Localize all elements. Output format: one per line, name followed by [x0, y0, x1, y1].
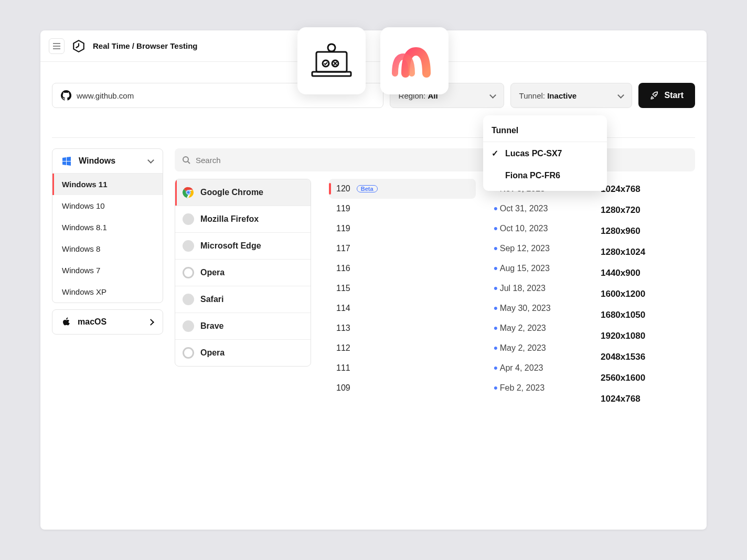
search-icon: [182, 156, 190, 164]
check-icon: ✓: [492, 148, 500, 158]
os-version-item[interactable]: Windows XP: [52, 281, 163, 303]
release-date: •May 30, 2023: [494, 298, 583, 318]
brave-icon: [183, 320, 194, 332]
tunnel-option[interactable]: Fiona PC-FR6: [483, 165, 607, 187]
rocket-icon: [650, 91, 659, 100]
chevron-down-icon: [618, 91, 623, 100]
release-date: •Apr 4, 2023: [494, 358, 583, 378]
start-button[interactable]: Start: [638, 83, 695, 108]
resolution-item[interactable]: 1440x900: [601, 263, 695, 284]
release-date: •May 2, 2023: [494, 338, 583, 358]
release-date: •Aug 15, 2023: [494, 259, 583, 278]
browser-item-brave[interactable]: Brave: [175, 313, 311, 340]
resolution-item[interactable]: 1280x960: [601, 221, 695, 242]
hamburger-icon: [53, 43, 60, 49]
os-version-item[interactable]: Windows 10: [52, 195, 163, 217]
app-logo-icon: [72, 39, 86, 53]
os-version-item[interactable]: Windows 7: [52, 260, 163, 281]
version-item[interactable]: 112: [329, 338, 476, 358]
resolution-item[interactable]: 2048x1536: [601, 347, 695, 368]
chevron-down-icon: [148, 156, 153, 166]
version-item[interactable]: 113: [329, 318, 476, 338]
windows-icon: [62, 156, 71, 166]
version-item[interactable]: 114: [329, 298, 476, 318]
release-date: •May 2, 2023: [494, 318, 583, 338]
resolutions-column: 1024x7681280x7201280x9601280x10241440x90…: [601, 179, 695, 410]
svg-rect-1: [312, 72, 351, 76]
chevron-right-icon: [148, 317, 153, 327]
tunnel-dropdown[interactable]: Tunnel: Inactive: [510, 83, 632, 108]
svg-point-4: [328, 44, 335, 51]
app-window: Real Time / Browser Testing www.github.: [40, 30, 707, 530]
release-date: •Oct 31, 2023: [494, 199, 583, 219]
version-item[interactable]: 119: [329, 219, 476, 239]
opera-icon: [183, 347, 194, 359]
chevron-down-icon: [490, 91, 495, 100]
os-version-item[interactable]: Windows 8.1: [52, 217, 163, 238]
release-date: •Feb 2, 2023: [494, 378, 583, 398]
dates-column: •Nov 8, 2023•Oct 31, 2023•Oct 10, 2023•S…: [494, 179, 583, 410]
laptop-test-icon: [311, 42, 352, 79]
tunnel-label: Tunnel: Inactive: [519, 91, 577, 100]
version-item[interactable]: 116: [329, 259, 476, 278]
tunnel-dropdown-title: Tunnel: [483, 120, 607, 142]
resolution-item[interactable]: 1024x768: [601, 389, 695, 410]
browser-item-chrome[interactable]: Google Chrome: [175, 179, 311, 206]
os-group-windows: Windows Windows 11 Windows 10 Windows 8.…: [52, 148, 163, 303]
release-date: •Oct 10, 2023: [494, 219, 583, 239]
menu-button[interactable]: [49, 38, 65, 54]
version-item[interactable]: 115: [329, 278, 476, 298]
svg-point-6: [183, 157, 188, 162]
tunnel-dropdown-panel: Tunnel ✓ Lucas PC-SX7 Fiona PC-FR6: [483, 115, 607, 191]
github-icon: [61, 90, 71, 101]
firefox-icon: [183, 213, 194, 225]
brand-arch-icon: [391, 42, 438, 80]
browser-item-safari[interactable]: Safari: [175, 286, 311, 313]
versions-column: 120 Beta119119117116115114113112111109: [329, 179, 476, 410]
os-column: Windows Windows 11 Windows 10 Windows 8.…: [52, 148, 163, 410]
tunnel-option[interactable]: ✓ Lucas PC-SX7: [483, 142, 607, 165]
version-item[interactable]: 111: [329, 358, 476, 378]
browser-column: Google Chrome Mozilla Firefox Microsoft …: [175, 179, 311, 410]
svg-point-5: [655, 94, 656, 95]
resolution-item[interactable]: 1920x1080: [601, 326, 695, 347]
edge-icon: [183, 240, 194, 252]
os-header-macos[interactable]: macOS: [52, 310, 163, 334]
browser-item-opera[interactable]: Opera: [175, 260, 311, 286]
brand-card: [380, 27, 449, 94]
resolution-item[interactable]: 1024x768: [601, 179, 695, 200]
url-value: www.github.com: [77, 91, 134, 100]
floating-cards: [297, 27, 449, 94]
version-item[interactable]: 117: [329, 239, 476, 259]
release-date: •Jul 18, 2023: [494, 278, 583, 298]
version-item[interactable]: 119: [329, 199, 476, 219]
apple-icon: [62, 317, 70, 327]
search-input[interactable]: [175, 148, 695, 171]
svg-rect-0: [316, 52, 347, 72]
safari-icon: [183, 294, 194, 305]
opera-icon: [183, 267, 194, 278]
browser-item-opera2[interactable]: Opera: [175, 340, 311, 366]
svg-point-10: [187, 191, 190, 194]
release-date: •Sep 12, 2023: [494, 239, 583, 259]
resolution-item[interactable]: 1680x1050: [601, 305, 695, 326]
version-item[interactable]: 120 Beta: [329, 179, 476, 199]
search-field[interactable]: [196, 156, 688, 165]
browser-item-edge[interactable]: Microsoft Edge: [175, 233, 311, 260]
version-item[interactable]: 109: [329, 378, 476, 398]
os-group-macos: macOS: [52, 309, 163, 335]
resolution-item[interactable]: 1280x720: [601, 200, 695, 221]
os-version-item[interactable]: Windows 11: [52, 174, 163, 195]
settings-laptop-card: [297, 27, 366, 94]
os-version-item[interactable]: Windows 8: [52, 238, 163, 260]
os-header-windows[interactable]: Windows: [52, 149, 163, 174]
browser-item-firefox[interactable]: Mozilla Firefox: [175, 206, 311, 233]
beta-badge: Beta: [357, 185, 378, 192]
start-label: Start: [665, 91, 684, 100]
breadcrumb: Real Time / Browser Testing: [93, 41, 198, 50]
resolution-item[interactable]: 1600x1200: [601, 284, 695, 305]
resolution-item[interactable]: 1280x1024: [601, 242, 695, 263]
resolution-item[interactable]: 2560x1600: [601, 368, 695, 389]
chrome-icon: [183, 187, 194, 198]
